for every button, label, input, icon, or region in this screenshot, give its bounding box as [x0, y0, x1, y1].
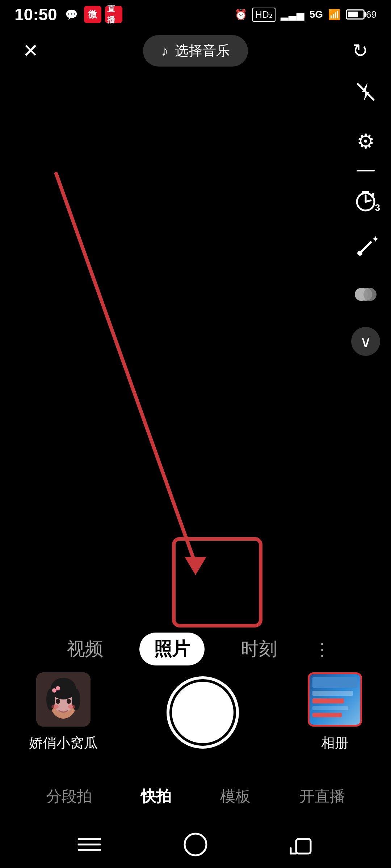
svg-point-21: [56, 699, 60, 704]
user-avatar-button[interactable]: 娇俏小窝瓜: [29, 672, 98, 752]
close-icon: ✕: [23, 40, 39, 61]
right-toolbar: ⚙ 3 ✦ ∨: [351, 80, 380, 356]
svg-point-22: [67, 699, 71, 704]
hd-indicator: HD₂: [252, 8, 276, 22]
expand-icon: ∨: [360, 332, 371, 351]
filter-button[interactable]: [351, 280, 380, 309]
beauty-button[interactable]: ✦: [351, 233, 380, 262]
home-icon: [183, 832, 208, 857]
flip-camera-icon: ↻: [352, 40, 368, 61]
bottom-controls: 娇俏小窝瓜 相册: [0, 672, 391, 752]
status-bar: 10:50 💬 微 直播 ⏰ HD₂ ▂▃▅ 5G 📶 69: [0, 0, 391, 29]
music-note-icon: ♪: [161, 43, 168, 59]
toolbar-divider: [357, 170, 375, 171]
tab-photo[interactable]: 照片: [139, 633, 205, 665]
close-button[interactable]: ✕: [18, 38, 43, 63]
battery-indicator: 69: [346, 9, 377, 20]
battery-bar: [346, 9, 365, 20]
timer-button[interactable]: 3: [351, 186, 380, 215]
mode-tabs: 视频 照片 时刻 ⋮: [0, 633, 391, 665]
filter-icon: [353, 281, 379, 307]
mode-quick[interactable]: 快拍: [134, 783, 178, 810]
music-select-button[interactable]: ♪ 选择音乐: [143, 35, 248, 67]
svg-point-11: [357, 251, 362, 256]
settings-button[interactable]: ⚙: [351, 127, 380, 156]
avatar-image: [36, 672, 91, 727]
flash-icon: [355, 81, 377, 107]
album-label: 相册: [321, 734, 349, 752]
weibo-icon: 微: [84, 6, 101, 23]
expand-button[interactable]: ∨: [351, 327, 380, 356]
mode-template[interactable]: 模板: [213, 783, 258, 810]
svg-rect-8: [362, 191, 369, 193]
svg-point-25: [52, 688, 56, 693]
sparkle-icon: ✦: [371, 234, 379, 245]
top-bar: ✕ ♪ 选择音乐 ↻: [0, 29, 391, 72]
svg-point-24: [68, 705, 75, 709]
flip-camera-button[interactable]: ↻: [348, 38, 373, 63]
wifi-icon: 📶: [328, 9, 341, 21]
message-icon: 💬: [63, 6, 80, 23]
tab-video[interactable]: 视频: [60, 633, 110, 665]
battery-percent: 69: [366, 9, 377, 20]
nav-menu-button[interactable]: [75, 830, 104, 859]
music-label: 选择音乐: [175, 42, 230, 60]
alarm-icon: ⏰: [235, 9, 247, 21]
back-icon: [289, 832, 314, 857]
album-button[interactable]: 相册: [308, 672, 362, 752]
status-right: ⏰ HD₂ ▂▃▅ 5G 📶 69: [235, 8, 377, 22]
svg-point-23: [51, 705, 59, 709]
user-name: 娇俏小窝瓜: [29, 734, 98, 752]
network-5g: 5G: [310, 9, 323, 20]
svg-point-14: [363, 288, 377, 301]
mode-live[interactable]: 开直播: [292, 783, 352, 810]
more-modes-icon[interactable]: ⋮: [313, 639, 331, 660]
shutter-button[interactable]: [167, 676, 239, 749]
menu-icon: [77, 835, 102, 854]
svg-point-26: [56, 686, 60, 690]
album-thumbnail: [308, 672, 362, 727]
flash-button[interactable]: [351, 80, 380, 109]
mode-segment[interactable]: 分段拍: [39, 783, 99, 810]
svg-point-30: [185, 834, 206, 855]
zhibo-icon: 直播: [105, 6, 122, 23]
battery-fill: [348, 12, 358, 17]
status-time: 10:50: [14, 5, 57, 24]
svg-rect-31: [296, 839, 311, 854]
nav-home-button[interactable]: [181, 830, 210, 859]
status-app-icons: 💬 微 直播: [63, 6, 122, 23]
timer-number: 3: [375, 202, 380, 213]
gear-icon: ⚙: [357, 129, 375, 153]
status-left: 10:50 💬 微 直播: [14, 5, 122, 24]
nav-back-button[interactable]: [287, 830, 316, 859]
tab-moment[interactable]: 时刻: [234, 633, 284, 665]
system-nav-bar: [0, 821, 391, 868]
shutter-inner: [172, 682, 234, 743]
signal-bars: ▂▃▅: [281, 9, 304, 21]
bottom-mode-bar: 分段拍 快拍 模板 开直播: [0, 783, 391, 810]
